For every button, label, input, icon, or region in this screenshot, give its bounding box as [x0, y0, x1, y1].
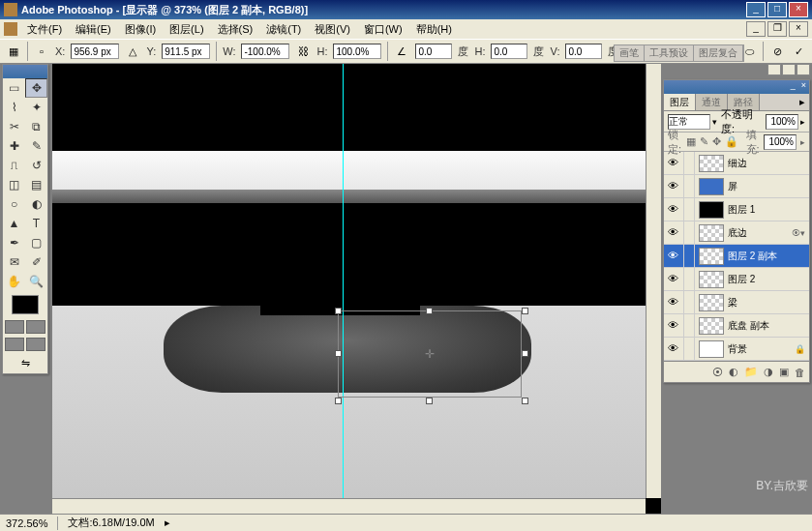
- layer-thumbnail[interactable]: [699, 155, 724, 172]
- collapsed-palette-2[interactable]: [782, 64, 796, 75]
- visibility-icon[interactable]: 👁: [666, 342, 679, 356]
- visibility-icon[interactable]: 👁: [666, 273, 679, 286]
- visibility-icon[interactable]: 👁: [666, 203, 679, 217]
- doc-close-button[interactable]: ×: [789, 21, 808, 37]
- layer-name[interactable]: 背景: [728, 342, 791, 356]
- visibility-icon[interactable]: 👁: [666, 296, 679, 310]
- layer-mask-icon[interactable]: ◐: [729, 366, 738, 378]
- collapsed-palette-1[interactable]: [767, 64, 781, 75]
- path-select-tool[interactable]: ▲: [3, 214, 25, 233]
- link-column[interactable]: [683, 291, 695, 313]
- screenmode-full[interactable]: [26, 338, 45, 351]
- crop-tool[interactable]: ✂: [3, 117, 25, 136]
- layer-adjust-icon[interactable]: ◑: [764, 366, 773, 378]
- status-menu-icon[interactable]: ▸: [165, 516, 170, 529]
- link-column[interactable]: [683, 338, 695, 360]
- menu-help[interactable]: 帮助(H): [410, 20, 458, 39]
- layer-row[interactable]: 👁梁: [664, 291, 809, 314]
- toolbox[interactable]: ▭ ✥ ⌇ ✦ ✂ ⧉ ✚ ✎ ⎍ ↺ ◫ ▤ ○ ◐ ▲ T ✒ ▢ ✉ ✐ …: [2, 64, 48, 374]
- layer-thumbnail[interactable]: [699, 224, 724, 242]
- link-column[interactable]: [683, 314, 695, 337]
- lasso-tool[interactable]: ⌇: [3, 98, 25, 117]
- panel-menu-icon[interactable]: ▸: [796, 94, 809, 110]
- layers-panel[interactable]: _ × 图层 通道 路径 ▸ ▾ 不透明度: ▸ 锁定: ▦ ✎ ✥ 🔒 填充:: [663, 79, 810, 383]
- history-brush-tool[interactable]: ↺: [25, 156, 47, 175]
- marquee-tool[interactable]: ▭: [3, 78, 25, 98]
- foreground-color[interactable]: [12, 295, 39, 314]
- maximize-button[interactable]: □: [767, 2, 787, 17]
- layer-name[interactable]: 细边: [728, 157, 807, 170]
- h-input[interactable]: [333, 44, 381, 59]
- dodge-tool[interactable]: ◐: [25, 194, 47, 214]
- visibility-icon[interactable]: 👁: [666, 157, 679, 170]
- screenmode-standard[interactable]: [5, 338, 24, 351]
- menu-view[interactable]: 视图(V): [309, 20, 356, 39]
- pen-tool[interactable]: ✒: [3, 233, 25, 252]
- menu-filter[interactable]: 滤镜(T): [260, 20, 307, 39]
- gradient-tool[interactable]: ▤: [25, 175, 47, 194]
- layer-name[interactable]: 底盘 副本: [728, 319, 807, 333]
- link-column[interactable]: [683, 245, 695, 267]
- layer-name[interactable]: 屏: [728, 180, 807, 193]
- layer-thumbnail[interactable]: [699, 340, 724, 358]
- opacity-input[interactable]: [766, 114, 798, 130]
- visibility-icon[interactable]: 👁: [666, 250, 679, 263]
- layer-row[interactable]: 👁底盘 副本: [664, 314, 809, 338]
- layer-name[interactable]: 梁: [728, 296, 807, 310]
- lock-position-icon[interactable]: ✥: [712, 135, 721, 148]
- link-column[interactable]: [683, 268, 695, 290]
- layer-row[interactable]: 👁图层 2 副本: [664, 245, 809, 268]
- transform-handle-br[interactable]: [522, 398, 528, 404]
- visibility-icon[interactable]: 👁: [666, 226, 679, 240]
- menu-select[interactable]: 选择(S): [212, 20, 259, 39]
- transform-handle-tm[interactable]: [426, 308, 433, 314]
- minimize-button[interactable]: _: [746, 2, 766, 17]
- layer-delete-icon[interactable]: 🗑: [795, 367, 805, 378]
- transform-bounding-box[interactable]: ✛: [338, 310, 522, 398]
- zoom-tool[interactable]: 🔍: [25, 272, 47, 291]
- wand-tool[interactable]: ✦: [25, 98, 47, 117]
- vskew-input[interactable]: [565, 44, 602, 59]
- transform-handle-mr[interactable]: [522, 350, 528, 357]
- slice-tool[interactable]: ⧉: [25, 117, 47, 136]
- eraser-tool[interactable]: ◫: [3, 175, 25, 194]
- vertical-scrollbar[interactable]: [646, 64, 661, 498]
- link-column[interactable]: [683, 198, 695, 221]
- hand-tool[interactable]: ✋: [3, 272, 25, 291]
- layer-name[interactable]: 图层 2: [728, 273, 807, 286]
- move-tool[interactable]: ✥: [25, 78, 47, 98]
- jump-to-imageready[interactable]: ⇋: [3, 353, 47, 373]
- commit-transform-icon[interactable]: ✓: [791, 44, 806, 59]
- zoom-value[interactable]: 372.56%: [6, 517, 47, 529]
- lock-all-icon[interactable]: 🔒: [725, 135, 738, 148]
- blur-tool[interactable]: ○: [3, 194, 25, 214]
- layer-new-icon[interactable]: ▣: [779, 366, 789, 378]
- layer-row[interactable]: 👁细边: [664, 152, 809, 175]
- panel-close-icon[interactable]: ×: [798, 80, 809, 94]
- lock-pixels-icon[interactable]: ✎: [700, 135, 708, 148]
- collapsed-palette-3[interactable]: [797, 64, 810, 75]
- layer-row[interactable]: 👁屏: [664, 175, 809, 198]
- transform-handle-bm[interactable]: [426, 398, 433, 404]
- fill-input[interactable]: [764, 134, 797, 150]
- layer-row[interactable]: 👁图层 2: [664, 268, 809, 291]
- link-xy-icon[interactable]: △: [125, 44, 140, 59]
- w-input[interactable]: [241, 44, 289, 59]
- eyedropper-tool[interactable]: ✐: [25, 252, 47, 272]
- layer-thumbnail[interactable]: [699, 178, 724, 195]
- layers-panel-header[interactable]: _ ×: [664, 80, 809, 94]
- link-column[interactable]: [683, 221, 695, 244]
- cancel-transform-icon[interactable]: ⊘: [769, 44, 785, 59]
- menu-file[interactable]: 文件(F): [21, 20, 68, 39]
- menu-image[interactable]: 图像(I): [119, 20, 162, 39]
- stamp-tool[interactable]: ⎍: [3, 156, 25, 175]
- panel-minimize-icon[interactable]: _: [788, 80, 798, 94]
- layer-fx-icon[interactable]: ⦿: [712, 367, 723, 378]
- vertical-guide[interactable]: [343, 64, 344, 498]
- horizontal-scrollbar[interactable]: [52, 498, 646, 514]
- visibility-icon[interactable]: 👁: [666, 180, 679, 193]
- visibility-icon[interactable]: 👁: [666, 319, 679, 333]
- layer-name[interactable]: 底边: [728, 226, 788, 240]
- quickmask-off[interactable]: [5, 320, 24, 334]
- close-button[interactable]: ×: [789, 2, 808, 17]
